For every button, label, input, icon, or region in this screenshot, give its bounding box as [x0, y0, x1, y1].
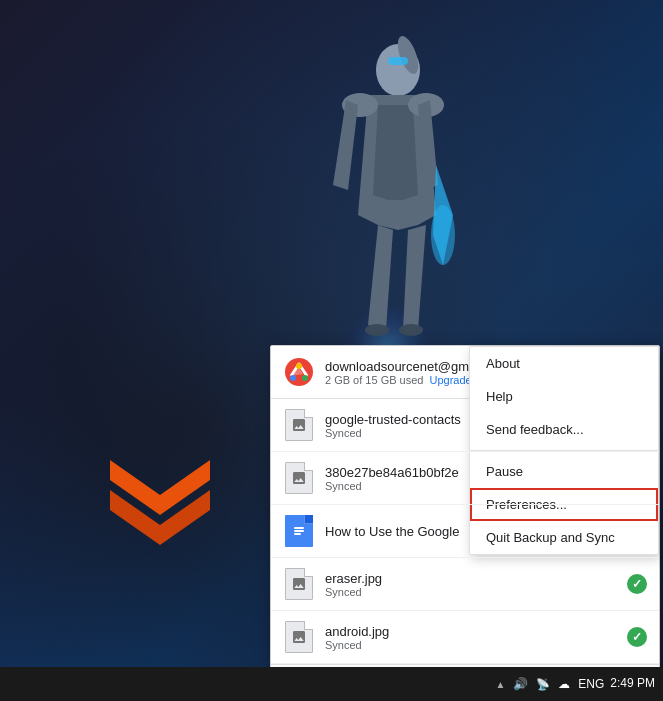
taskbar-icons: ▲ 🔊 📡 ☁ ENG: [495, 677, 604, 691]
doc-file-icon: [285, 515, 313, 547]
taskbar-time: 2:49 PM: [610, 676, 655, 692]
file-details-5: android.jpg Synced: [325, 624, 627, 651]
taskbar-volume-icon: 🔊: [513, 677, 528, 691]
upgrade-link[interactable]: Upgrade: [429, 374, 471, 386]
file-icon-3: [283, 513, 315, 549]
taskbar-arrow-icon: ▲: [495, 679, 505, 690]
svg-point-5: [431, 205, 455, 265]
image-file-icon-4: [285, 568, 313, 600]
context-menu-about[interactable]: About: [470, 347, 658, 380]
file-name-2: 380e27be84a61b0bf2e: [325, 465, 647, 480]
taskbar-network-icon: 📡: [536, 678, 550, 691]
file-status-4: Synced: [325, 586, 627, 598]
file-icon-1: [283, 407, 315, 443]
image-file-icon: [285, 409, 313, 441]
file-icon-2: [283, 460, 315, 496]
storage-text: 2 GB of 15 GB used: [325, 374, 423, 386]
taskbar-clock: 2:49 PM: [610, 676, 655, 692]
file-status-2: Synced: [325, 480, 647, 492]
file-item-2[interactable]: 380e27be84a61b0bf2e Synced: [271, 452, 659, 505]
check-icon-5: ✓: [627, 627, 647, 647]
svg-point-12: [296, 363, 302, 369]
file-details-4: eraser.jpg Synced: [325, 571, 627, 598]
taskbar-cloud-icon: ☁: [558, 677, 570, 691]
file-name-5: android.jpg: [325, 624, 627, 639]
svg-rect-8: [388, 57, 408, 65]
file-item-3[interactable]: How to Use the Google: [271, 505, 659, 558]
svg-point-7: [399, 324, 423, 336]
file-details-1: google-trusted-contacts Synced: [325, 412, 647, 439]
file-item-4[interactable]: eraser.jpg Synced ✓: [271, 558, 659, 611]
backup-sync-logo: [283, 356, 315, 388]
taskbar-eng-label: ENG: [578, 677, 604, 691]
file-list: google-trusted-contacts Synced 380e27be8…: [271, 399, 659, 664]
svg-rect-16: [294, 527, 304, 529]
file-name-4: eraser.jpg: [325, 571, 627, 586]
file-details-2: 380e27be84a61b0bf2e Synced: [325, 465, 647, 492]
svg-point-10: [290, 375, 296, 381]
image-file-icon-5: [285, 621, 313, 653]
file-status-1: Synced: [325, 427, 647, 439]
svg-point-11: [302, 375, 308, 381]
taskbar: ▲ 🔊 📡 ☁ ENG 2:49 PM: [0, 667, 663, 701]
svg-rect-17: [294, 530, 304, 532]
file-name-1: google-trusted-contacts: [325, 412, 647, 427]
check-icon-4: ✓: [627, 574, 647, 594]
file-item-1[interactable]: google-trusted-contacts Synced: [271, 399, 659, 452]
svg-rect-18: [294, 533, 301, 535]
backup-sync-panel: downloadsourcenet@gmail.com 2 GB of 15 G…: [270, 345, 660, 701]
file-icon-5: [283, 619, 315, 655]
svg-point-6: [365, 324, 389, 336]
file-name-3: How to Use the Google: [325, 524, 647, 539]
image-file-icon-2: [285, 462, 313, 494]
chevron-logo: [100, 430, 220, 550]
character-figure: [278, 15, 498, 385]
file-details-3: How to Use the Google: [325, 524, 647, 539]
file-status-5: Synced: [325, 639, 627, 651]
file-item-5[interactable]: android.jpg Synced ✓: [271, 611, 659, 664]
file-icon-4: [283, 566, 315, 602]
panel-header: downloadsourcenet@gmail.com 2 GB of 15 G…: [271, 346, 659, 399]
